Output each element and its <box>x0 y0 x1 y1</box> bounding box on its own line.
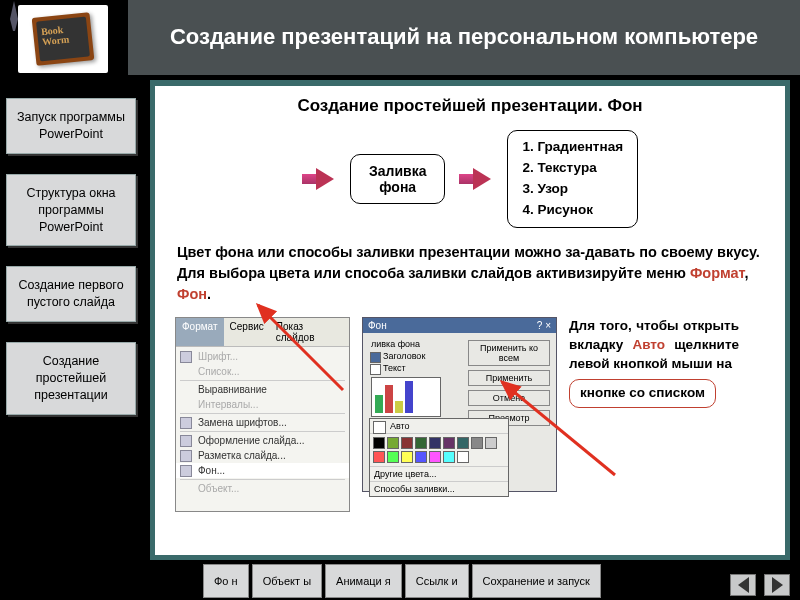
callout-box: кнопке со списком <box>569 379 716 408</box>
sidebar-item-launch[interactable]: Запуск программы PowerPoint <box>6 98 136 154</box>
color-swatch <box>471 437 483 449</box>
sidebar-item-simple-presentation[interactable]: Создание простейшей презентации <box>6 342 136 415</box>
diagram-row: Заливка фона 1. Градиентная 2. Текстура … <box>155 130 785 228</box>
dialog-button: Применить ко всем <box>468 340 550 366</box>
menu-item-label: Шрифт... <box>198 351 238 362</box>
color-swatch <box>457 437 469 449</box>
side-paragraph: Для того, чтобы открыть вкладку Авто щел… <box>569 317 739 512</box>
menu-item-label: Замена шрифтов... <box>198 417 287 428</box>
sidebar-item-first-slide[interactable]: Создание первого пустого слайда <box>6 266 136 322</box>
dialog-screenshot: Фон ? × ливка фона Заголовок Текст Приме… <box>362 317 557 492</box>
para1-fon: Фон <box>177 286 207 302</box>
menu-item: Список... <box>176 364 349 379</box>
para1-e: . <box>207 286 211 302</box>
quill-icon <box>4 1 24 31</box>
menu-screenshot: Формат Сервис Показ слайдов Шрифт... Спи… <box>175 317 350 512</box>
menu-item-selected: Фон... <box>176 463 349 478</box>
color-swatch <box>443 451 455 463</box>
next-button[interactable] <box>764 574 790 596</box>
dialog-title: Фон ? × <box>363 318 556 333</box>
page-title: Создание презентаций на персональном ком… <box>128 0 800 75</box>
dialog-title-text: Фон <box>368 320 387 331</box>
book-icon: Book Worm <box>32 12 95 66</box>
box-fill-types: 1. Градиентная 2. Текстура 3. Узор 4. Ри… <box>507 130 638 228</box>
color-swatch <box>415 451 427 463</box>
triangle-left-icon <box>738 577 749 593</box>
menu-item: Объект... <box>176 481 349 496</box>
menu-list: Шрифт... Список... Выравнивание Интервал… <box>176 347 349 498</box>
color-swatch <box>387 437 399 449</box>
triangle-right-icon <box>772 577 783 593</box>
close-icon: ? × <box>537 320 551 331</box>
para1-format: Формат <box>690 265 745 281</box>
color-swatch <box>415 437 427 449</box>
menu-slideshow: Показ слайдов <box>270 318 349 346</box>
color-swatch <box>401 437 413 449</box>
tab-background[interactable]: Фо н <box>203 564 249 598</box>
dialog-button: Отмена <box>468 390 550 406</box>
para1-a: Цвет фона или способы заливки презентаци… <box>177 244 760 281</box>
menu-icon <box>180 435 192 447</box>
color-swatch <box>429 451 441 463</box>
prev-button[interactable] <box>730 574 756 596</box>
paragraph-1: Цвет фона или способы заливки презентаци… <box>155 242 785 313</box>
dialog-buttons: Применить ко всем Применить Отмена Просм… <box>468 340 550 426</box>
tab-links[interactable]: Ссылк и <box>405 564 469 598</box>
content-subtitle: Создание простейшей презентации. Фон <box>155 86 785 130</box>
sidebar-item-structure[interactable]: Структура окна программы PowerPoint <box>6 174 136 247</box>
box-fill: Заливка фона <box>350 154 445 204</box>
screenshots-row: Формат Сервис Показ слайдов Шрифт... Спи… <box>155 313 785 512</box>
menu-item: Оформление слайда... <box>176 433 349 448</box>
menu-item: Разметка слайда... <box>176 448 349 463</box>
sidebar: Запуск программы PowerPoint Структура ок… <box>6 98 136 415</box>
menu-item: Замена шрифтов... <box>176 415 349 430</box>
dialog-preview <box>371 377 441 417</box>
menu-format: Формат <box>176 318 224 346</box>
dropdown-auto: Авто <box>370 419 508 434</box>
menu-icon <box>180 465 192 477</box>
color-swatch <box>373 437 385 449</box>
color-swatches <box>370 434 508 466</box>
dropdown-fill-methods: Способы заливки... <box>370 481 508 496</box>
menu-item: Шрифт... <box>176 349 349 364</box>
content-panel: Создание простейшей презентации. Фон Зал… <box>150 80 790 560</box>
color-swatch <box>429 437 441 449</box>
tab-animation[interactable]: Анимаци я <box>325 564 402 598</box>
color-swatch <box>373 451 385 463</box>
dropdown-more-colors: Другие цвета... <box>370 466 508 481</box>
menu-icon <box>180 417 192 429</box>
dropdown-popup: Авто Другие цвета... Способы заливки... <box>369 418 509 497</box>
fill-type-item: 3. Узор <box>522 179 623 200</box>
fill-type-item: 1. Градиентная <box>522 137 623 158</box>
arrow-icon <box>302 168 336 190</box>
menu-item-label: Фон... <box>198 465 225 476</box>
color-swatch <box>387 451 399 463</box>
color-swatch <box>401 451 413 463</box>
color-swatch <box>443 437 455 449</box>
menu-service: Сервис <box>224 318 270 346</box>
box-fill-line1: Заливка <box>369 163 426 179</box>
logo: Book Worm <box>18 5 108 73</box>
tab-objects[interactable]: Объект ы <box>252 564 322 598</box>
color-swatch <box>457 451 469 463</box>
side-auto: Авто <box>632 337 665 352</box>
nav-arrows <box>730 574 790 596</box>
box-fill-line2: фона <box>379 179 416 195</box>
bottom-tabs: Фо н Объект ы Анимаци я Ссылк и Сохранен… <box>203 564 601 598</box>
tab-save-run[interactable]: Сохранение и запуск <box>472 564 601 598</box>
menu-item-label: Разметка слайда... <box>198 450 286 461</box>
menu-bar: Формат Сервис Показ слайдов <box>176 318 349 347</box>
menu-item-label: Выравнивание <box>198 384 267 395</box>
arrow-icon <box>459 168 493 190</box>
color-swatch <box>485 437 497 449</box>
menu-icon <box>180 450 192 462</box>
menu-item: Выравнивание <box>176 382 349 397</box>
menu-item: Интервалы... <box>176 397 349 412</box>
logo-label: Book Worm <box>41 22 93 47</box>
menu-item-label: Объект... <box>198 483 239 494</box>
fill-type-item: 4. Рисунок <box>522 200 623 221</box>
menu-item-label: Оформление слайда... <box>198 435 305 446</box>
menu-item-label: Список... <box>198 366 240 377</box>
dialog-button: Применить <box>468 370 550 386</box>
para1-c: , <box>745 265 749 281</box>
